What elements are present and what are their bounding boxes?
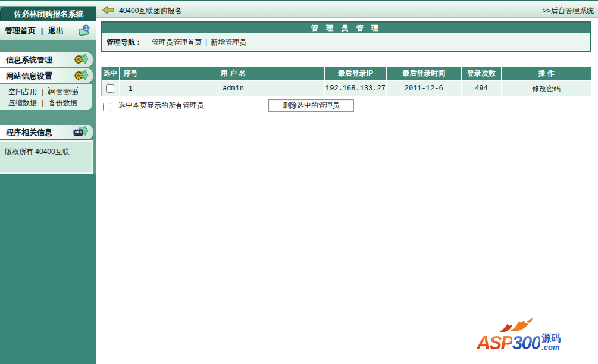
section-label: 网站信息设置 bbox=[6, 71, 52, 80]
gear-arrow-icon bbox=[73, 54, 89, 65]
sidebar-home-row: 管理首页 | 退出 bbox=[0, 21, 96, 40]
menu-webadmin-manage[interactable]: 网管管理 bbox=[49, 87, 77, 96]
logout-link[interactable]: 退出 bbox=[48, 26, 64, 35]
watermark-com: .com bbox=[541, 343, 561, 352]
watermark-yuanma: 源码 bbox=[541, 334, 561, 343]
copyright-panel: 版权所有 40400互联 bbox=[0, 140, 93, 174]
section-label: 程序相关信息 bbox=[6, 128, 52, 137]
col-last-ip: 最后登录IP bbox=[325, 67, 387, 80]
row-checkbox[interactable] bbox=[106, 84, 114, 93]
row-last-login: 2011-12-6 16:53:41 bbox=[387, 81, 462, 96]
page-title: 40400互联团购报名 bbox=[119, 6, 181, 16]
menu-compress-data[interactable]: 压缩数据 bbox=[8, 99, 37, 107]
admin-manage-title: 管 理 员 管 理 bbox=[102, 23, 590, 33]
admin-page: 40400互联团购报名 >>后台管理系统 佐必林团购报名系统 管理首页 | 退出… bbox=[0, 0, 598, 364]
nav-label: 管理导航： bbox=[107, 37, 142, 48]
watermark-300: 300 bbox=[512, 333, 540, 352]
divider: | bbox=[38, 26, 46, 35]
divider: | bbox=[205, 38, 207, 46]
row-index: 1 bbox=[120, 81, 142, 96]
col-username: 用 户 名 bbox=[142, 67, 325, 80]
col-login-count: 登录次数 bbox=[462, 67, 502, 80]
admin-manage-box: 管 理 员 管 理 管理导航： 管理员管理首页 | 新增管理员 bbox=[101, 21, 591, 52]
table-header-row: 选中 序号 用 户 名 最后登录IP 最后登录时间 登录次数 操 作 bbox=[102, 67, 591, 80]
book-globe-icon bbox=[77, 24, 92, 37]
delete-selected-button[interactable]: 删除选中的管理员 bbox=[268, 99, 354, 112]
admin-table: 选中 序号 用 户 名 最后登录IP 最后登录时间 登录次数 操 作 1 adm… bbox=[101, 67, 591, 96]
home-link[interactable]: 管理首页 bbox=[5, 26, 36, 35]
watermark-text: ASP 300 源码 .com bbox=[477, 333, 561, 352]
backend-system-link[interactable]: >>后台管理系统 bbox=[543, 6, 594, 16]
sidebar-section-info-system[interactable]: 信息系统管理 bbox=[0, 52, 93, 67]
nav-admin-home-link[interactable]: 管理员管理首页 bbox=[152, 37, 202, 48]
col-action: 操 作 bbox=[502, 67, 591, 80]
col-last-login: 最后登录时间 bbox=[387, 67, 462, 80]
row-login-count: 494 bbox=[462, 81, 502, 96]
menu-space-usage[interactable]: 空间占用 bbox=[8, 87, 37, 96]
row-last-ip: 192.168.133.27 bbox=[325, 81, 387, 96]
col-index: 序号 bbox=[120, 67, 142, 80]
row-select-cell bbox=[102, 81, 120, 96]
copyright-text: 版权所有 40400互联 bbox=[5, 148, 70, 156]
section-label: 信息系统管理 bbox=[6, 55, 52, 64]
gear-arrow-icon bbox=[73, 70, 89, 81]
col-select: 选中 bbox=[102, 67, 120, 80]
table-row: 1 admin 192.168.133.27 2011-12-6 16:53:4… bbox=[102, 80, 591, 96]
divider: | bbox=[39, 99, 46, 107]
sidebar-submenu: 空间占用 | 网管管理 压缩数据 | 备份数据 bbox=[0, 84, 92, 110]
change-password-link[interactable]: 修改密码 bbox=[532, 84, 561, 93]
bulk-action-row: 选中本页显示的所有管理员 删除选中的管理员 bbox=[101, 98, 591, 112]
menu-backup-data[interactable]: 备份数据 bbox=[49, 99, 77, 107]
admin-nav-row: 管理导航： 管理员管理首页 | 新增管理员 bbox=[102, 33, 590, 51]
select-all-checkbox[interactable] bbox=[103, 103, 111, 111]
film-arrow-icon bbox=[73, 126, 89, 138]
row-action-cell: 修改密码 bbox=[502, 81, 591, 96]
system-title: 佐必林团购报名系统 bbox=[0, 6, 96, 21]
asp300-watermark: ASP 300 源码 .com bbox=[477, 320, 590, 359]
submenu-row: 空间占用 | 网管管理 bbox=[8, 86, 92, 98]
sidebar: 佐必林团购报名系统 管理首页 | 退出 信息系统管理 网站信息设置 bbox=[0, 6, 96, 364]
divider: | bbox=[39, 87, 46, 96]
nav-add-admin-link[interactable]: 新增管理员 bbox=[211, 37, 246, 48]
row-username: admin bbox=[142, 81, 325, 96]
sidebar-section-program-info[interactable]: 程序相关信息 bbox=[0, 125, 93, 140]
submenu-row: 压缩数据 | 备份数据 bbox=[8, 98, 92, 109]
sidebar-section-site-settings[interactable]: 网站信息设置 bbox=[0, 68, 93, 83]
back-arrow-icon[interactable] bbox=[102, 5, 115, 15]
select-all-label: 选中本页显示的所有管理员 bbox=[118, 101, 204, 111]
watermark-asp: ASP bbox=[477, 333, 512, 352]
